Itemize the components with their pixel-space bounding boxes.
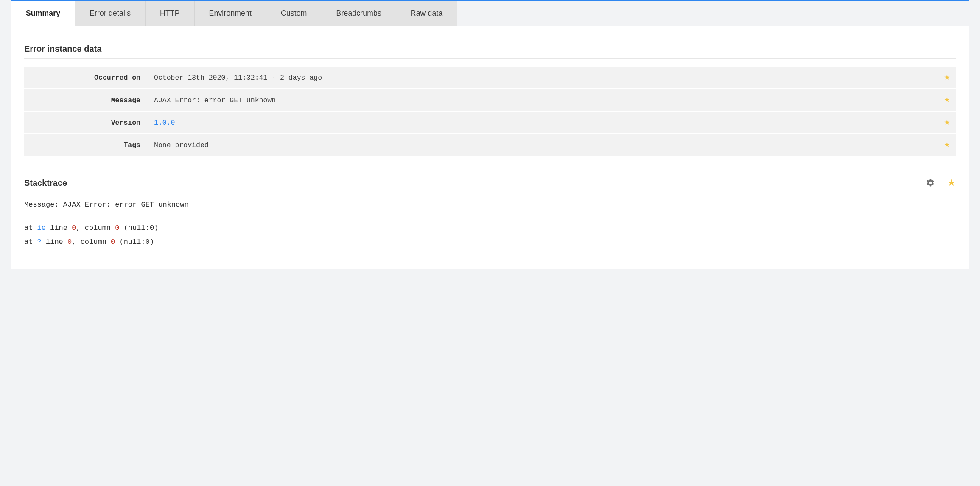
version-label: Version <box>24 112 147 134</box>
frame-text: line <box>46 224 72 232</box>
message-value: AJAX Error: error GET unknown <box>147 89 935 112</box>
tags-label: Tags <box>24 134 147 156</box>
summary-panel: Error instance data Occurred on October … <box>11 26 969 269</box>
stacktrace-actions: ★ <box>926 177 956 188</box>
table-row: Version 1.0.0 ★ <box>24 112 956 134</box>
frame-line: 0 <box>67 238 72 246</box>
frame-col: 0 <box>111 238 115 246</box>
occurred-on-label: Occurred on <box>24 67 147 89</box>
table-row: Tags None provided ★ <box>24 134 956 156</box>
tab-summary[interactable]: Summary <box>11 1 75 26</box>
frame-at: at <box>24 238 37 246</box>
table-row: Occurred on October 13th 2020, 11:32:41 … <box>24 67 956 89</box>
frame-loc: (null:0) <box>115 238 154 246</box>
message-label: Message <box>24 89 147 112</box>
stacktrace-header: Stacktrace ★ <box>24 177 956 192</box>
stacktrace-message-value: AJAX Error: error GET unknown <box>63 201 189 209</box>
frame-fn[interactable]: ie <box>37 224 46 232</box>
error-instance-title: Error instance data <box>24 44 956 59</box>
frame-col: 0 <box>115 224 119 232</box>
tags-value: None provided <box>147 134 935 156</box>
star-icon[interactable]: ★ <box>944 73 950 82</box>
frame-at: at <box>24 224 37 232</box>
version-link[interactable]: 1.0.0 <box>154 119 175 127</box>
frame-text: line <box>42 238 67 246</box>
error-instance-table: Occurred on October 13th 2020, 11:32:41 … <box>24 67 956 157</box>
stacktrace-message: Message: AJAX Error: error GET unknown <box>24 201 956 209</box>
frame-fn[interactable]: ? <box>37 238 42 246</box>
star-icon[interactable]: ★ <box>944 140 950 150</box>
star-icon[interactable]: ★ <box>944 118 950 127</box>
tab-raw-data[interactable]: Raw data <box>396 1 458 26</box>
frame-text: , column <box>72 238 111 246</box>
frame-line: 0 <box>72 224 76 232</box>
tab-custom[interactable]: Custom <box>266 1 322 26</box>
tab-http[interactable]: HTTP <box>146 1 195 26</box>
occurred-on-value: October 13th 2020, 11:32:41 - 2 days ago <box>147 67 935 89</box>
stacktrace-title: Stacktrace <box>24 178 67 188</box>
stacktrace-message-prefix: Message: <box>24 201 63 209</box>
tab-breadcrumbs[interactable]: Breadcrumbs <box>322 1 396 26</box>
frame-text: , column <box>76 224 115 232</box>
stack-frame: at ? line 0, column 0 (null:0) <box>24 238 956 246</box>
star-icon[interactable]: ★ <box>947 178 956 187</box>
frame-loc: (null:0) <box>119 224 158 232</box>
tab-environment[interactable]: Environment <box>195 1 266 26</box>
stack-frame: at ie line 0, column 0 (null:0) <box>24 224 956 232</box>
tab-error-details[interactable]: Error details <box>75 1 146 26</box>
gear-icon[interactable] <box>926 178 935 187</box>
divider <box>941 177 941 188</box>
star-icon[interactable]: ★ <box>944 95 950 105</box>
table-row: Message AJAX Error: error GET unknown ★ <box>24 89 956 112</box>
tabs-bar: Summary Error details HTTP Environment C… <box>11 0 969 26</box>
